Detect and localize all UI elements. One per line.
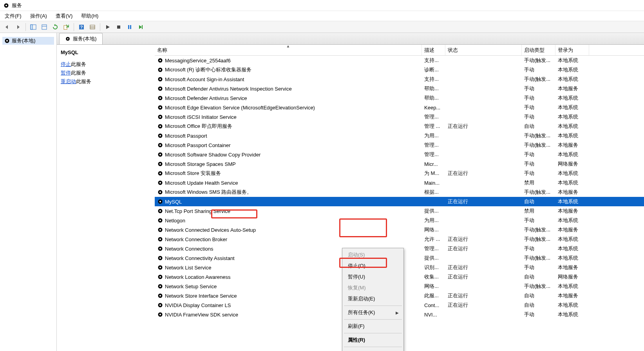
tree-node-services-local[interactable]: 服务(本地) [2, 37, 54, 45]
ctx-restart[interactable]: 重新启动(E) [342, 293, 403, 304]
gear-icon [157, 293, 163, 299]
gear-icon [157, 274, 163, 280]
back-button[interactable] [2, 22, 12, 32]
list-options-button[interactable] [88, 22, 97, 32]
gear-icon [157, 255, 163, 261]
service-name-label: Microsoft Account Sign-in Assistant [165, 76, 244, 82]
service-row[interactable]: Microsoft Defender Antivirus Service帮助..… [155, 93, 644, 103]
service-logon: 本地系统 [555, 179, 589, 186]
ctx-help[interactable]: 帮助(H) [342, 348, 403, 351]
pause-service-link[interactable]: 暂停 [61, 70, 71, 76]
service-startup: 手动 [522, 66, 555, 73]
gear-icon [4, 38, 10, 44]
column-name[interactable]: 名称▲ [155, 45, 422, 55]
service-row[interactable]: Net.Tcp Port Sharing Service提供...禁用本地服务 [155, 206, 644, 216]
service-desc: 帮助... [422, 95, 445, 102]
restart-service-link[interactable]: 重启动 [61, 78, 76, 84]
service-startup: 手动 [522, 160, 555, 167]
service-startup: 手动 [522, 113, 555, 120]
service-name-label: Network Connectivity Assistant [165, 255, 235, 261]
stop-service-button[interactable] [114, 22, 123, 32]
ctx-refresh[interactable]: 刷新(F) [342, 321, 403, 332]
service-row[interactable]: Microsoft iSCSI Initiator Service管理...手动… [155, 112, 644, 122]
svg-point-29 [159, 97, 161, 99]
svg-point-23 [159, 69, 161, 71]
stop-service-link[interactable]: 停止 [61, 61, 71, 67]
column-description[interactable]: 描述 [422, 45, 445, 55]
service-row[interactable]: Network Connection Broker允许 ...正在运行手动(触发… [155, 235, 644, 244]
show-hide-tree-button[interactable] [29, 22, 38, 32]
gear-icon [157, 161, 163, 167]
menu-file[interactable]: 文件(F) [3, 12, 23, 20]
service-row[interactable]: Netlogon为用...手动本地系统 [155, 216, 644, 225]
service-desc: Main... [422, 180, 445, 186]
service-logon: 本地系统 [555, 113, 589, 120]
refresh-button[interactable] [51, 22, 60, 32]
service-name-label: Microsoft Office 即点即用服务 [165, 123, 232, 130]
stop-service-label-rest: 此服务 [71, 61, 86, 67]
export-button[interactable] [62, 22, 71, 32]
menu-action[interactable]: 操作(A) [29, 12, 49, 20]
service-name-label: NVIDIA Display Container LS [165, 302, 231, 308]
svg-point-73 [159, 304, 161, 306]
svg-point-27 [159, 88, 161, 89]
service-desc: NVI... [422, 312, 445, 318]
service-row[interactable]: MySQL正在运行自动本地系统 [155, 197, 644, 206]
ctx-properties[interactable]: 属性(R) [342, 335, 403, 346]
menu-view[interactable]: 查看(V) [54, 12, 74, 20]
gear-icon [157, 142, 163, 148]
service-name-label: Network Connections [165, 246, 213, 252]
service-name-label: Microsoft Passport [165, 133, 207, 139]
service-name-label: Network Store Interface Service [165, 293, 237, 299]
column-startup[interactable]: 启动类型 [522, 45, 555, 55]
service-status: 正在运行 [445, 170, 522, 177]
service-row[interactable]: Microsoft Edge Elevation Service (Micros… [155, 103, 644, 112]
svg-point-1 [5, 5, 7, 6]
column-status[interactable]: 状态 [445, 45, 522, 55]
service-row[interactable]: Microsoft Software Shadow Copy Provider管… [155, 150, 644, 159]
service-row[interactable]: MessagingService_2554aaf6支持...手动(触发...本地… [155, 56, 644, 65]
restart-service-button[interactable] [136, 22, 145, 32]
ctx-stop[interactable]: 停止(O) [342, 260, 403, 271]
svg-point-67 [159, 276, 161, 278]
service-name-label: MessagingService_2554aaf6 [165, 58, 231, 64]
pause-service-button[interactable] [125, 22, 134, 32]
menu-help[interactable]: 帮助(H) [80, 12, 100, 20]
service-desc: 网络... [422, 283, 445, 290]
column-logon[interactable]: 登录为 [555, 45, 589, 55]
ctx-separator [344, 319, 402, 320]
service-row[interactable]: Network Connected Devices Auto-Setup网络..… [155, 225, 644, 235]
ctx-separator [344, 333, 402, 333]
service-desc: 根据... [422, 189, 445, 196]
service-row[interactable]: Microsoft (R) 诊断中心标准收集器服务诊断...手动本地系统 [155, 65, 644, 75]
service-desc: 管理... [422, 245, 445, 252]
service-desc: Micr... [422, 161, 445, 167]
service-status: 正在运行 [445, 236, 522, 243]
properties-button[interactable] [40, 22, 49, 32]
service-logon: 本地系统 [555, 170, 589, 177]
service-row[interactable]: Microsoft Account Sign-in Assistant支持...… [155, 75, 644, 84]
service-desc: 允许 ... [422, 236, 445, 243]
ctx-pause[interactable]: 暂停(U) [342, 271, 403, 282]
start-service-button[interactable] [103, 22, 112, 32]
service-startup: 手动(触发... [522, 189, 555, 196]
service-desc: 帮助... [422, 85, 445, 92]
service-row[interactable]: Microsoft Storage Spaces SMPMicr...手动网络服… [155, 159, 644, 169]
tab-services-local[interactable]: 服务(本地) [59, 33, 103, 44]
service-logon: 本地系统 [555, 255, 589, 262]
help-button[interactable]: ? [77, 22, 86, 32]
service-row[interactable]: Microsoft Office 即点即用服务管理 ...正在运行自动本地系统 [155, 122, 644, 131]
gear-icon [157, 198, 163, 205]
service-row[interactable]: Microsoft Passport Container管理...手动(触发..… [155, 140, 644, 150]
service-row[interactable]: Microsoft Passport为用...手动(触发...本地系统 [155, 131, 644, 140]
service-row[interactable]: Microsoft Update Health ServiceMain...禁用… [155, 178, 644, 187]
tree-node-label: 服务(本地) [12, 37, 36, 44]
service-name-label: Network Connection Broker [165, 236, 227, 242]
service-logon: 本地系统 [555, 66, 589, 73]
refresh-icon [52, 24, 58, 30]
service-row[interactable]: Microsoft Defender Antivirus Network Ins… [155, 84, 644, 93]
forward-button[interactable] [13, 22, 23, 32]
service-row[interactable]: Microsoft Windows SMS 路由器服务。根据...手动(触发..… [155, 187, 644, 197]
ctx-all-tasks[interactable]: 所有任务(K)▶ [342, 307, 403, 318]
service-row[interactable]: Microsoft Store 安装服务为 M...正在运行手动本地系统 [155, 169, 644, 178]
